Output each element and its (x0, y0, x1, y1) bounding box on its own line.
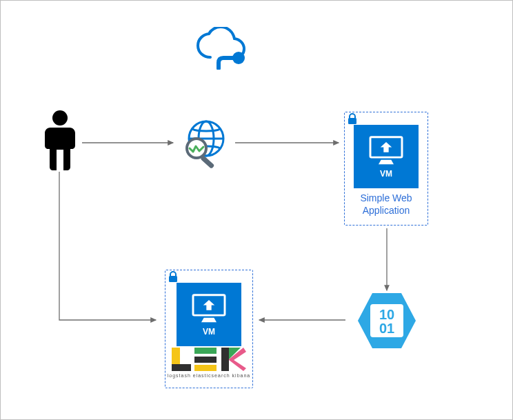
webapp-caption: Simple Web Application (360, 192, 412, 217)
arrow-person-to-lek (59, 172, 156, 320)
webapp-container: VM Simple Web Application (344, 112, 428, 226)
lek-logo: logstash elasticsearch kibana (168, 348, 250, 378)
svg-rect-14 (172, 364, 191, 371)
person-icon (43, 110, 77, 170)
web-lookup-icon (179, 119, 232, 169)
svg-point-1 (52, 110, 68, 126)
svg-rect-11 (169, 276, 177, 282)
svg-rect-6 (200, 155, 214, 169)
cloud-icon (192, 27, 254, 70)
svg-rect-19 (221, 348, 229, 371)
vm-tile-webapp: VM (354, 125, 419, 188)
monitor-icon (190, 292, 228, 324)
hex-text-top: 10 (379, 307, 394, 322)
diagram-canvas: VM Simple Web Application 10 01 (0, 0, 513, 420)
arrows-layer (1, 1, 513, 420)
lock-icon (346, 113, 359, 126)
lek-subtitle: logstash elasticsearch kibana (168, 373, 250, 378)
vm-label: VM (203, 327, 215, 337)
lek-container: VM logstash elasticsearch ki (165, 270, 253, 388)
monitor-icon (367, 134, 405, 166)
lock-icon (167, 271, 179, 283)
data-hexagon-icon: 10 01 (355, 290, 419, 351)
svg-rect-7 (348, 118, 356, 124)
vm-tile-lek: VM (177, 283, 241, 346)
hex-text-bot: 01 (379, 321, 394, 336)
vm-label: VM (380, 169, 392, 179)
